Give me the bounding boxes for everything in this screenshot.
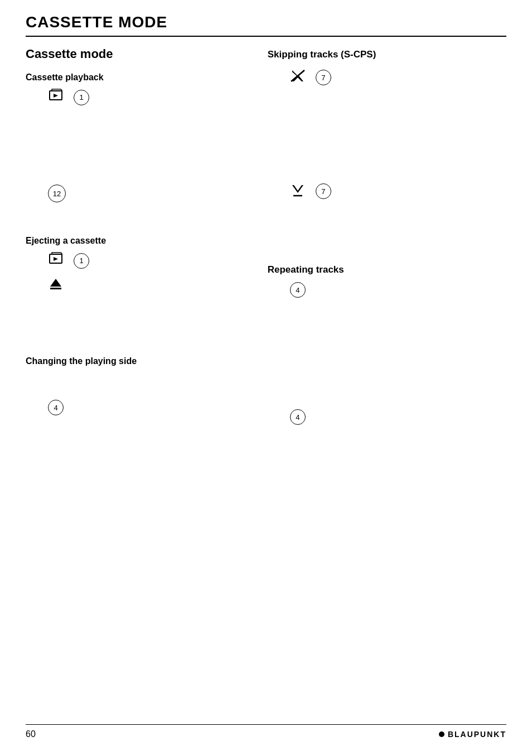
- spacer-between-playback-eject: [26, 214, 245, 236]
- right-spacer-1: [268, 93, 506, 143]
- cassette-mode-title-block: Cassette mode: [26, 47, 245, 61]
- brand-logo: BLAUPUNKT: [439, 730, 506, 739]
- brand-dot-icon: [439, 731, 444, 737]
- eject-icon: [48, 275, 64, 295]
- ejecting-cassette-section: Ejecting a cassette 1: [26, 236, 245, 295]
- x-strike-icon: [290, 68, 306, 87]
- page-container: CASSETTE MODE Cassette mode Cassette pla…: [0, 0, 532, 756]
- diagram-row-skip-y7: 7: [290, 182, 506, 201]
- circle-num-7a: 7: [316, 70, 331, 85]
- page-header: CASSETTE MODE: [26, 13, 506, 37]
- two-column-layout: Cassette mode Cassette playback 1: [26, 47, 506, 438]
- repeating-tracks-section: Repeating tracks 4 4: [268, 264, 506, 425]
- page-footer: 60 BLAUPUNKT: [26, 724, 506, 739]
- repeating-tracks-title: Repeating tracks: [268, 264, 506, 275]
- circle-num-4a: 4: [48, 400, 64, 415]
- diagram-row-eject-play: 1: [48, 251, 245, 270]
- left-column: Cassette mode Cassette playback 1: [26, 47, 257, 438]
- diagram-row-repeat-4a: 4: [290, 282, 506, 298]
- right-spacer-5: [268, 353, 506, 404]
- right-spacer-2: [268, 143, 506, 176]
- diagram-row-skip-x7: 7: [290, 68, 506, 87]
- circle-num-7b: 7: [316, 183, 331, 199]
- spacer-2: [26, 146, 245, 179]
- changing-side-title: Changing the playing side: [26, 356, 245, 366]
- svg-marker-1: [54, 94, 58, 98]
- y-underline-icon: [290, 182, 306, 201]
- play-corner-icon: [48, 88, 64, 106]
- diagram-row-play-1: 1: [48, 88, 245, 106]
- svg-marker-4: [50, 279, 61, 287]
- brand-name: BLAUPUNKT: [448, 730, 506, 739]
- right-spacer-4: [268, 303, 506, 353]
- cassette-playback-section: Cassette playback 1: [26, 72, 245, 202]
- diagram-row-12: 12: [48, 185, 245, 202]
- circle-num-1a: 1: [74, 90, 89, 105]
- cassette-mode-title: Cassette mode: [26, 47, 245, 61]
- page-title: CASSETTE MODE: [26, 13, 167, 31]
- cassette-playback-title: Cassette playback: [26, 72, 245, 83]
- diagram-row-eject-icon: [48, 275, 245, 295]
- circle-num-1b: 1: [74, 253, 89, 269]
- spacer-1: [26, 112, 245, 146]
- skipping-tracks-title: Skipping tracks (S-CPS): [268, 49, 506, 60]
- skipping-tracks-section: Skipping tracks (S-CPS) 7: [268, 49, 506, 201]
- circle-num-12: 12: [48, 185, 66, 202]
- svg-marker-3: [54, 257, 58, 261]
- play-corner-icon-2: [48, 251, 64, 270]
- diagram-row-repeat-4b: 4: [290, 409, 506, 425]
- changing-side-section: Changing the playing side 4: [26, 356, 245, 415]
- spacer-4: [26, 372, 245, 394]
- page-number: 60: [26, 729, 36, 739]
- ejecting-title: Ejecting a cassette: [26, 236, 245, 246]
- right-column: Skipping tracks (S-CPS) 7: [257, 47, 506, 438]
- circle-num-4b: 4: [290, 282, 306, 298]
- diagram-row-side-4: 4: [48, 400, 245, 415]
- circle-num-4c: 4: [290, 409, 306, 425]
- spacer-3: [26, 306, 245, 356]
- svg-rect-5: [50, 288, 61, 289]
- right-spacer-3: [268, 214, 506, 264]
